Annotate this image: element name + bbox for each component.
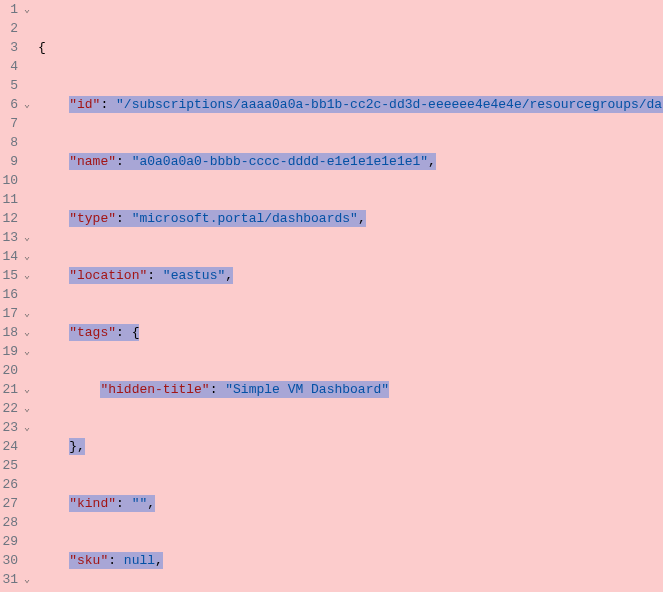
code-line: "sku": null, <box>38 551 663 570</box>
line-number: 18⌄ <box>0 323 30 342</box>
fold-icon[interactable]: ⌄ <box>22 418 30 437</box>
line-number: 1⌄ <box>0 0 30 19</box>
fold-icon[interactable]: ⌄ <box>22 266 30 285</box>
fold-icon[interactable]: ⌄ <box>22 247 30 266</box>
line-number: 31⌄ <box>0 570 30 589</box>
line-number: 2 <box>0 19 30 38</box>
line-number: 4 <box>0 57 30 76</box>
code-area[interactable]: { "id": "/subscriptions/aaaa0a0a-bb1b-cc… <box>38 0 663 592</box>
fold-icon[interactable]: ⌄ <box>22 0 30 19</box>
line-number: 11 <box>0 190 30 209</box>
line-number: 29 <box>0 532 30 551</box>
line-number: 16 <box>0 285 30 304</box>
line-number: 30 <box>0 551 30 570</box>
line-number: 20 <box>0 361 30 380</box>
line-number: 10 <box>0 171 30 190</box>
line-number: 24 <box>0 437 30 456</box>
line-number: 17⌄ <box>0 304 30 323</box>
line-number: 12 <box>0 209 30 228</box>
line-number: 3 <box>0 38 30 57</box>
line-number: 21⌄ <box>0 380 30 399</box>
line-number: 22⌄ <box>0 399 30 418</box>
line-number: 15⌄ <box>0 266 30 285</box>
line-number: 28 <box>0 513 30 532</box>
fold-icon[interactable]: ⌄ <box>22 342 30 361</box>
code-line: "location": "eastus", <box>38 266 663 285</box>
fold-icon[interactable]: ⌄ <box>22 304 30 323</box>
fold-icon[interactable]: ⌄ <box>22 399 30 418</box>
line-number: 5 <box>0 76 30 95</box>
line-number: 7 <box>0 114 30 133</box>
line-number: 19⌄ <box>0 342 30 361</box>
fold-icon[interactable]: ⌄ <box>22 570 30 589</box>
line-number-gutter: 1⌄23456⌄78910111213⌄14⌄15⌄1617⌄18⌄19⌄202… <box>0 0 38 592</box>
line-number: 14⌄ <box>0 247 30 266</box>
fold-icon[interactable]: ⌄ <box>22 228 30 247</box>
code-line: { <box>38 38 663 57</box>
line-number: 26 <box>0 475 30 494</box>
fold-icon[interactable]: ⌄ <box>22 380 30 399</box>
code-line: "name": "a0a0a0a0-bbbb-cccc-dddd-e1e1e1e… <box>38 152 663 171</box>
code-line: "type": "microsoft.portal/dashboards", <box>38 209 663 228</box>
code-editor[interactable]: 1⌄23456⌄78910111213⌄14⌄15⌄1617⌄18⌄19⌄202… <box>0 0 663 592</box>
line-number: 23⌄ <box>0 418 30 437</box>
line-number: 9 <box>0 152 30 171</box>
line-number: 25 <box>0 456 30 475</box>
code-line: "tags": { <box>38 323 663 342</box>
line-number: 8 <box>0 133 30 152</box>
fold-icon[interactable]: ⌄ <box>22 95 30 114</box>
line-number: 27 <box>0 494 30 513</box>
code-line: "kind": "", <box>38 494 663 513</box>
code-line: }, <box>38 437 663 456</box>
line-number: 13⌄ <box>0 228 30 247</box>
code-line: "hidden-title": "Simple VM Dashboard" <box>38 380 663 399</box>
code-line: "id": "/subscriptions/aaaa0a0a-bb1b-cc2c… <box>38 95 663 114</box>
fold-icon[interactable]: ⌄ <box>22 323 30 342</box>
line-number: 6⌄ <box>0 95 30 114</box>
